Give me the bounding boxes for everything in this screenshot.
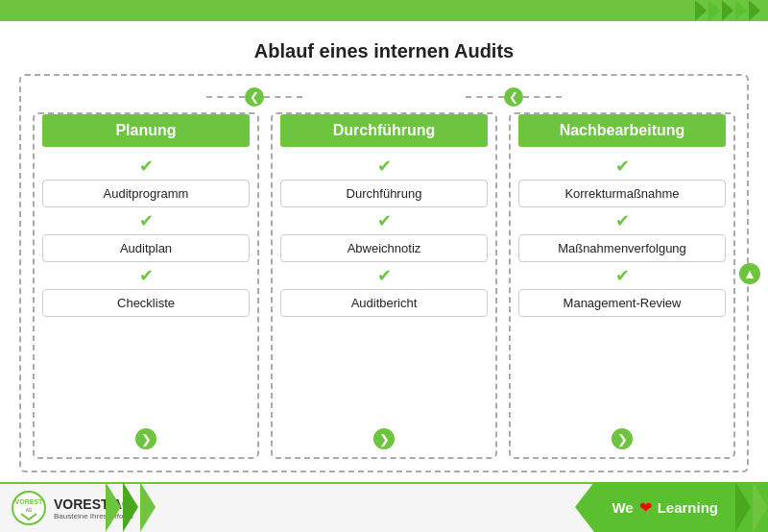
main-content: Ablauf eines internen Audits ❮ ❮ xyxy=(0,21,768,482)
check-icon: ✔ xyxy=(377,156,392,177)
bottom-arrow: ❯ xyxy=(135,421,156,449)
right-up-arrow-icon: ▲ xyxy=(739,263,760,284)
connector-arrow-icon: ❮ xyxy=(245,87,264,107)
chevron-icon xyxy=(695,0,707,21)
chevron-icon xyxy=(722,0,733,21)
column-header-planung: Planung xyxy=(42,114,250,147)
check-icon: ✔ xyxy=(377,265,392,286)
vorest-logo-icon: VOREST AG xyxy=(12,491,46,525)
connector-arrow-icon: ❮ xyxy=(504,87,523,107)
check-icon: ✔ xyxy=(615,210,630,231)
outer-container: ❮ ❮ Planung ✔ Auditprogramm ✔ Auditplan … xyxy=(19,74,749,472)
top-bar xyxy=(0,0,768,21)
column-header-nachbearbeitung: Nachbearbeitung xyxy=(518,114,726,147)
item-auditprogramm: Auditprogramm xyxy=(42,180,250,207)
columns: Planung ✔ Auditprogramm ✔ Auditplan ✔ Ch… xyxy=(33,112,735,459)
we-text: We xyxy=(612,499,633,516)
item-durchfuehrung: Durchführung xyxy=(280,180,488,207)
we-learning-section: We ❤ Learning xyxy=(594,482,735,532)
check-icon: ✔ xyxy=(615,265,630,286)
heart-icon: ❤ xyxy=(639,498,652,517)
svg-text:VOREST: VOREST xyxy=(15,498,44,505)
item-checkliste: Checkliste xyxy=(42,289,250,317)
bottom-arrow: ❯ xyxy=(373,421,395,449)
item-auditplan: Auditplan xyxy=(42,234,250,262)
svg-text:AG: AG xyxy=(26,508,33,513)
column-header-durchfuehrung: Durchführung xyxy=(280,114,488,147)
top-bar-chevrons xyxy=(695,0,760,21)
check-icon: ✔ xyxy=(615,156,630,177)
learning-text: Learning xyxy=(658,499,718,516)
page-title: Ablauf eines internen Audits xyxy=(19,40,749,62)
item-auditbericht: Auditbericht xyxy=(280,289,488,317)
bottom-arrow-icon: ❯ xyxy=(612,428,633,449)
column-planung: Planung ✔ Auditprogramm ✔ Auditplan ✔ Ch… xyxy=(33,112,259,459)
bottom-arrow: ❯ xyxy=(612,421,633,449)
bottom-arrow-icon: ❯ xyxy=(135,428,156,449)
check-icon: ✔ xyxy=(139,210,154,231)
bottom-bar: VOREST AG VOREST AG Bausteine Ihres Erfo… xyxy=(0,482,768,532)
check-icon: ✔ xyxy=(139,265,154,286)
item-massnahmenverfolgung: Maßnahmenverfolgung xyxy=(518,234,726,262)
check-icon: ✔ xyxy=(139,156,154,177)
bottom-arrow-icon: ❯ xyxy=(373,428,395,449)
column-nachbearbeitung: Nachbearbeitung ✔ Korrekturmaßnahme ✔ Ma… xyxy=(509,112,735,459)
item-management-review: Management-Review xyxy=(518,289,726,317)
chevron-icon xyxy=(708,0,720,21)
item-abweichnotiz: Abweichnotiz xyxy=(280,234,488,262)
column-durchfuehrung: Durchführung ✔ Durchführung ✔ Abweichnot… xyxy=(271,112,497,459)
chevron-icon xyxy=(749,0,760,21)
chevron-icon xyxy=(735,0,747,21)
item-korrekturmassnahme: Korrekturmaßnahme xyxy=(518,180,726,207)
check-icon: ✔ xyxy=(377,210,392,231)
